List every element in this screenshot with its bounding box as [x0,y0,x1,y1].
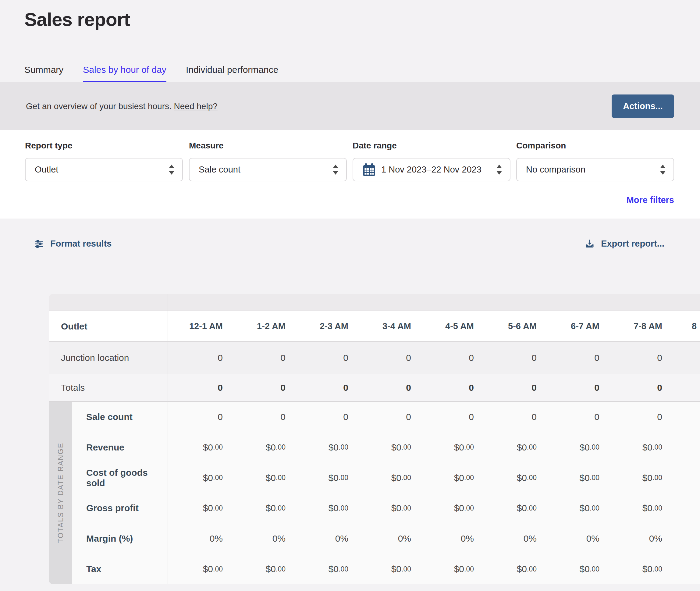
comparison-value: No comparison [526,165,656,175]
table-cell: 0 [607,412,670,422]
comparison-select[interactable]: No comparison [516,158,674,181]
sales-report-page: Sales report Summary Sales by hour of da… [0,0,700,591]
need-help-link[interactable]: Need help? [174,102,218,111]
column-header-hour: 12-1 AM [167,311,230,341]
date-range-label: Date range [353,141,510,150]
format-results-link[interactable]: Format results [34,239,112,249]
table-cell: $0.00 [230,442,293,453]
table-cell: $0.00 [419,503,482,513]
info-banner: Get an overview of your busiest hours. N… [0,82,700,130]
group-label: TOTALS BY DATE RANGE [56,443,65,543]
table-cell: $0.00 [293,503,356,513]
table-cell: 0 [230,342,293,374]
stepper-icon [333,165,338,175]
download-icon [585,239,594,248]
table-cell: $0.00 [419,564,482,574]
banner-message: Get an overview of your busiest hours. N… [26,102,218,111]
tab-summary[interactable]: Summary [24,65,63,83]
table-cell: $0.00 [167,503,230,513]
group-rows: Sale count00000000Revenue$0.00$0.00$0.00… [72,402,700,584]
column-header-hour: 1-2 AM [230,311,293,341]
metric-label: Cost of goods sold [72,468,167,488]
metric-row: Sale count00000000 [72,402,700,432]
table-cell: 0 [167,412,230,422]
table-cell: 0 [293,412,356,422]
group-label-strip: TOTALS BY DATE RANGE [49,402,72,584]
table-cell: 0 [607,374,670,401]
metric-label: Sale count [72,412,167,422]
table-cell: $0.00 [482,473,544,483]
metric-row: Tax$0.00$0.00$0.00$0.00$0.00$0.00$0.00$0… [72,554,700,584]
table-cell: 0 [419,342,482,374]
table-cell: $0.00 [167,473,230,483]
column-header-hour: 6-7 AM [544,311,607,341]
row-label: Totals [49,374,167,401]
metric-label: Margin (%) [72,533,167,544]
table-cell: 0% [356,533,419,544]
column-header-hour: 4-5 AM [419,311,482,341]
calendar-icon [362,163,376,177]
measure-label: Measure [189,141,347,150]
sliders-icon [34,239,44,248]
filters-bar: Report type Outlet Measure Sale count Da… [0,130,700,218]
table-cell: 0% [230,533,293,544]
table-cell: $0.00 [544,503,607,513]
more-filters-link[interactable]: More filters [627,195,674,205]
date-range-value: 1 Nov 2023–22 Nov 2023 [381,165,493,175]
table-cell: 0 [544,374,607,401]
report-type-label: Report type [25,141,183,150]
table-cell: 0 [544,342,607,374]
table-cell: $0.00 [167,564,230,574]
table-cell: $0.00 [419,442,482,453]
table-cell: 0 [482,342,544,374]
table-cell: $0.00 [544,473,607,483]
tab-individual-performance[interactable]: Individual performance [186,65,279,83]
tab-sales-by-hour-of-day[interactable]: Sales by hour of day [83,65,166,83]
table-cell: 0 [230,374,293,401]
table-cell: $0.00 [356,473,419,483]
comparison-label: Comparison [516,141,674,150]
measure-select[interactable]: Sale count [189,158,347,181]
export-report-link[interactable]: Export report... [585,239,664,249]
column-header-hour: 7-8 AM [607,311,670,341]
table-cell: 0 [482,412,544,422]
stepper-icon [660,165,666,175]
table-cell: 0% [419,533,482,544]
banner-message-text: Get an overview of your busiest hours. [26,102,171,111]
table-cell: $0.00 [293,442,356,453]
column-divider [167,294,168,584]
date-range-select[interactable]: 1 Nov 2023–22 Nov 2023 [353,158,510,181]
table-cell: $0.00 [230,564,293,574]
table-cell: 0% [293,533,356,544]
table-cell: 0 [167,374,230,401]
table-cell: 0 [607,342,670,374]
table-cell: 0 [356,342,419,374]
table-cell: $0.00 [607,503,670,513]
metric-label: Tax [72,564,167,574]
table-cell: 0 [419,412,482,422]
table-cell: 0 [544,412,607,422]
stepper-icon [169,165,174,175]
table-cell: 0 [482,374,544,401]
actions-button[interactable]: Actions... [612,94,674,118]
table-cell: $0.00 [607,564,670,574]
table-cell: $0.00 [544,442,607,453]
report-type-select[interactable]: Outlet [25,158,183,181]
report-tabs: Summary Sales by hour of day Individual … [24,65,278,83]
table-cell: $0.00 [230,503,293,513]
table-cell: $0.00 [482,503,544,513]
comparison-filter: Comparison No comparison [516,141,674,181]
table-cell: 0% [607,533,670,544]
table-cell: 0 [167,342,230,374]
sales-by-hour-table: Outlet12-1 AM1-2 AM2-3 AM3-4 AM4-5 AM5-6… [49,294,700,584]
table-cell: 0 [293,374,356,401]
table-cell: $0.00 [607,473,670,483]
metric-row: Gross profit$0.00$0.00$0.00$0.00$0.00$0.… [72,493,700,523]
table-cell: 0 [230,412,293,422]
table-cell: $0.00 [356,503,419,513]
table-cell: $0.00 [293,473,356,483]
table-cell: 0 [419,374,482,401]
table-cell: $0.00 [356,564,419,574]
metric-row: Margin (%)0%0%0%0%0%0%0%0% [72,523,700,554]
metric-label: Gross profit [72,503,167,513]
